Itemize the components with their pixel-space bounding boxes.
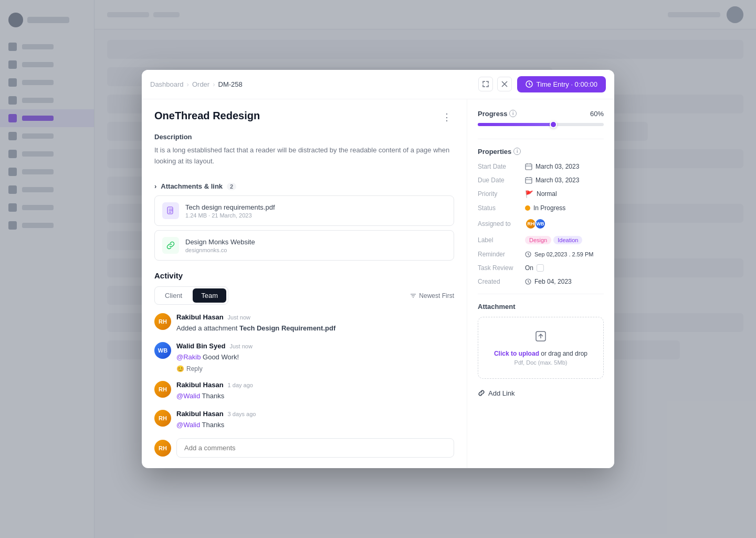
start-date-text: March 03, 2023 <box>536 163 579 170</box>
label-chip-ideation: Ideation <box>553 236 582 244</box>
assigned-to-label: Assigned to <box>478 220 525 227</box>
comment-text-1: Added a attachment Tech Design Requireme… <box>176 323 454 334</box>
comment-row-4: RH Rakibul Hasan 3 days ago @Walid Thank… <box>154 410 454 430</box>
svg-rect-2 <box>526 164 532 170</box>
comment-author-2: Walid Bin Syed <box>176 342 225 350</box>
attachments-count: 2 <box>227 183 236 190</box>
attachment-pdf-item[interactable]: Tech design requirements.pdf 1.24 MB · 2… <box>154 195 454 226</box>
breadcrumb-dashboard[interactable]: Dashboard <box>150 80 184 88</box>
time-entry-button[interactable]: Time Entry · 0:00:00 <box>517 76 606 92</box>
tab-client[interactable]: Client <box>156 288 191 303</box>
task-review-row: On <box>525 264 544 272</box>
progress-bar[interactable] <box>478 123 604 126</box>
start-date-label: Start Date <box>478 163 525 170</box>
modal-right-panel: Progress i 60% Properties i <box>467 99 614 469</box>
attachment-section-title: Attachment <box>478 303 604 311</box>
prop-created: Created Feb 04, 2023 <box>478 278 604 285</box>
label-chips[interactable]: Design Ideation <box>525 236 582 244</box>
status-value[interactable]: In Progress <box>525 204 565 212</box>
progress-info-icon[interactable]: i <box>509 110 517 117</box>
assigned-avatar-2: WB <box>534 218 546 230</box>
add-link-button[interactable]: Add Link <box>478 385 604 401</box>
attachment-upload-section: Attachment Click to upload or drag and d… <box>478 303 604 401</box>
progress-title: Progress i <box>478 110 517 118</box>
comment-content-4: Rakibul Hasan 3 days ago @Walid Thanks <box>176 410 454 430</box>
breadcrumb-current: DM-258 <box>218 80 243 88</box>
avatar-walid: WB <box>154 342 171 359</box>
progress-label: Progress <box>478 110 507 118</box>
label-field-label: Label <box>478 236 525 244</box>
tab-team[interactable]: Team <box>193 288 226 303</box>
comment-text-2: @Rakib Good Work! <box>176 352 454 363</box>
progress-value: 60% <box>590 110 604 118</box>
pdf-file-icon <box>162 202 179 219</box>
current-user-avatar: RH <box>154 440 171 457</box>
more-options-button[interactable]: ⋮ <box>439 110 454 125</box>
upload-text-post-text: or drag and drop <box>541 350 587 357</box>
comment-input[interactable] <box>176 438 454 458</box>
clock-icon-created <box>525 278 531 285</box>
attachment-link-item[interactable]: Design Monks Website designmonks.co <box>154 230 454 261</box>
comment-content-1: Rakibul Hasan Just now Added a attachmen… <box>176 313 454 334</box>
comment-time-2: Just now <box>229 343 252 349</box>
label-chip-design: Design <box>525 236 551 244</box>
breadcrumb-order[interactable]: Order <box>192 80 209 88</box>
status-label: Status <box>478 204 525 212</box>
modal-overlay: Dashboard › Order › DM-258 <box>0 0 756 538</box>
sort-button[interactable]: Newest First <box>410 292 454 299</box>
avatar-rakibul-3: RH <box>154 410 171 427</box>
clock-icon-reminder <box>525 251 531 257</box>
calendar-icon <box>525 163 532 170</box>
reminder-value[interactable]: Sep 02,2023 . 2.59 PM <box>525 251 594 257</box>
due-date-value[interactable]: March 03, 2023 <box>525 177 579 184</box>
add-comment-row: RH <box>154 438 454 458</box>
comment-content-3: Rakibul Hasan 1 day ago @Walid Thanks <box>176 381 454 401</box>
attachment-pdf-meta: 1.24 MB · 21 March, 2023 <box>185 212 275 219</box>
prop-priority: Priority 🚩 Normal <box>478 190 604 198</box>
task-review-checkbox[interactable] <box>537 264 544 272</box>
upload-area[interactable]: Click to upload or drag and drop Pdf, Do… <box>478 317 604 379</box>
expand-button[interactable] <box>478 77 493 91</box>
task-review-value[interactable]: On <box>525 264 544 272</box>
breadcrumb: Dashboard › Order › DM-258 <box>150 80 243 88</box>
sort-label: Newest First <box>419 292 454 299</box>
due-date-text: March 03, 2023 <box>536 177 579 184</box>
task-title: OneThread Redesign <box>154 110 260 122</box>
upload-link[interactable]: Click to upload <box>494 350 539 357</box>
assigned-avatars: RH WB <box>525 218 546 230</box>
prop-reminder: Reminder Sep 02,2023 . 2.59 PM <box>478 251 604 258</box>
description-text: It is a long established fact that a rea… <box>154 145 454 167</box>
prop-assigned-to: Assigned to RH WB <box>478 218 604 230</box>
priority-label: Priority <box>478 190 525 198</box>
comment-text-3: @Walid Thanks <box>176 391 454 401</box>
priority-text: Normal <box>537 190 557 198</box>
link-icon-add <box>478 389 485 397</box>
assigned-to-value[interactable]: RH WB <box>525 218 546 230</box>
emoji-icon: 😊 <box>176 365 184 373</box>
activity-tabs-row: Client Team Newest First <box>154 286 454 305</box>
progress-bar-fill <box>478 123 553 126</box>
priority-value[interactable]: 🚩 Normal <box>525 190 557 198</box>
prop-start-date: Start Date March 03, 2023 <box>478 163 604 170</box>
activity-header: Activity <box>154 271 454 280</box>
divider-1 <box>478 139 604 139</box>
reply-button[interactable]: 😊 Reply <box>176 365 203 373</box>
close-button[interactable] <box>497 77 512 91</box>
comment-time-3: 1 day ago <box>228 382 253 388</box>
modal-header: Dashboard › Order › DM-258 <box>142 70 614 99</box>
start-date-value[interactable]: March 03, 2023 <box>525 163 579 170</box>
progress-thumb[interactable] <box>550 121 557 128</box>
task-title-row: OneThread Redesign ⋮ <box>154 110 454 125</box>
comment-text-4: @Walid Thanks <box>176 420 454 430</box>
attachment-pdf-info: Tech design requirements.pdf 1.24 MB · 2… <box>185 203 275 219</box>
status-text: In Progress <box>533 204 565 212</box>
comment-row-3: RH Rakibul Hasan 1 day ago @Walid Thanks <box>154 381 454 401</box>
created-text: Feb 04, 2023 <box>534 278 572 285</box>
attachments-header[interactable]: › Attachments & link 2 <box>154 177 454 195</box>
upload-icon <box>491 330 591 346</box>
comment-author-1: Rakibul Hasan <box>176 313 224 321</box>
chevron-right-icon: › <box>154 182 156 190</box>
comment-author-row-3: Rakibul Hasan 1 day ago <box>176 381 454 389</box>
properties-info-icon[interactable]: i <box>513 148 521 155</box>
prop-task-review: Task Review On <box>478 264 604 272</box>
